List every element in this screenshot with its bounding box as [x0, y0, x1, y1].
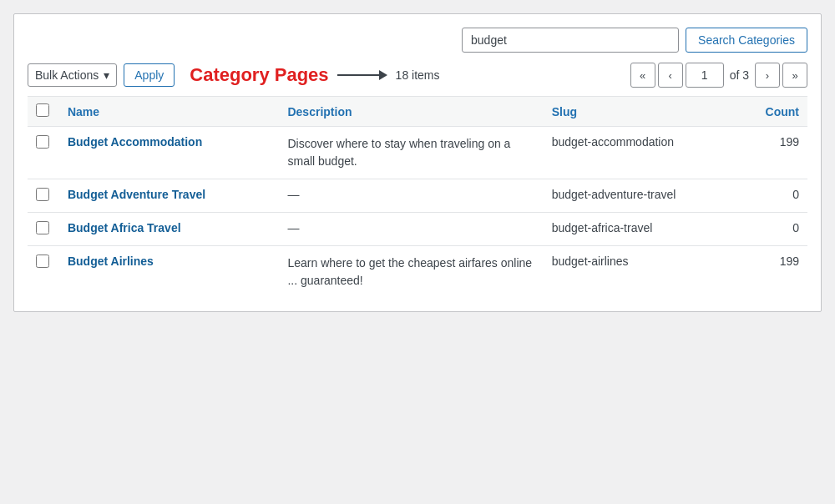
select-all-checkbox[interactable] — [36, 103, 49, 117]
header-description: Description — [279, 97, 543, 127]
category-description: — — [287, 221, 299, 234]
svg-marker-1 — [379, 70, 387, 80]
table-row: Budget AccommodationDiscover where to st… — [28, 127, 807, 179]
search-categories-button[interactable]: Search Categories — [686, 28, 807, 53]
table-row: Budget Africa Travel—budget-africa-trave… — [28, 213, 807, 246]
page-container: Search Categories Bulk Actions ▾ Apply C… — [0, 0, 835, 504]
arrow-icon — [337, 68, 387, 83]
row-description-cell: — — [279, 213, 543, 246]
items-count: 18 items — [396, 68, 440, 82]
row-checkbox[interactable] — [36, 188, 49, 201]
row-checkbox-cell — [28, 179, 59, 213]
header-name[interactable]: Name — [59, 97, 280, 127]
row-count-cell: 199 — [737, 127, 807, 179]
row-checkbox[interactable] — [36, 255, 49, 268]
bulk-actions-select[interactable]: Bulk Actions ▾ — [28, 63, 117, 87]
row-slug-cell: budget-adventure-travel — [544, 179, 737, 213]
row-count-cell: 0 — [737, 179, 807, 213]
category-description: — — [287, 188, 299, 201]
toolbar-row: Bulk Actions ▾ Apply Category Pages 18 i… — [28, 63, 807, 88]
row-description-cell: Learn where to get the cheapest airfares… — [279, 246, 543, 299]
category-description: Learn where to get the cheapest airfares… — [287, 256, 532, 287]
main-card: Search Categories Bulk Actions ▾ Apply C… — [13, 13, 822, 312]
category-count: 0 — [792, 188, 799, 201]
row-checkbox[interactable] — [36, 135, 49, 149]
category-name-link[interactable]: Budget Africa Travel — [68, 221, 181, 234]
row-count-cell: 199 — [737, 246, 807, 299]
page-title-area: Category Pages 18 items — [190, 64, 439, 86]
category-slug: budget-adventure-travel — [552, 188, 676, 201]
table-header-row: Name Description Slug Count — [28, 97, 807, 127]
category-count: 0 — [792, 221, 799, 234]
row-name-cell: Budget Adventure Travel — [59, 179, 280, 213]
category-slug: budget-africa-travel — [552, 221, 653, 234]
search-row: Search Categories — [28, 28, 807, 53]
pagination: « ‹ of 3 › » — [630, 63, 807, 88]
row-checkbox-cell — [28, 213, 59, 246]
row-description-cell: — — [279, 179, 543, 213]
category-count: 199 — [780, 255, 799, 268]
prev-page-button[interactable]: ‹ — [658, 63, 683, 88]
apply-button[interactable]: Apply — [124, 63, 175, 87]
row-checkbox-cell — [28, 127, 59, 179]
category-description: Discover where to stay when traveling on… — [287, 137, 510, 168]
category-slug: budget-airlines — [552, 255, 629, 268]
total-pages-text: of 3 — [726, 68, 752, 82]
row-slug-cell: budget-accommodation — [544, 127, 737, 179]
header-checkbox-cell — [28, 97, 59, 127]
header-count[interactable]: Count — [737, 97, 807, 127]
row-name-cell: Budget Accommodation — [59, 127, 280, 179]
categories-table: Name Description Slug Count Budget Accom… — [28, 96, 807, 298]
category-slug: budget-accommodation — [552, 135, 674, 149]
first-page-button[interactable]: « — [630, 63, 655, 88]
row-description-cell: Discover where to stay when traveling on… — [279, 127, 543, 179]
row-slug-cell: budget-airlines — [544, 246, 737, 299]
row-checkbox-cell — [28, 246, 59, 299]
row-checkbox[interactable] — [36, 221, 49, 234]
row-name-cell: Budget Airlines — [59, 246, 280, 299]
current-page-input[interactable] — [686, 63, 724, 88]
table-row: Budget AirlinesLearn where to get the ch… — [28, 246, 807, 299]
row-count-cell: 0 — [737, 213, 807, 246]
header-slug[interactable]: Slug — [544, 97, 737, 127]
page-title: Category Pages — [190, 64, 328, 86]
category-count: 199 — [780, 135, 799, 149]
category-name-link[interactable]: Budget Airlines — [68, 255, 154, 268]
category-name-link[interactable]: Budget Accommodation — [68, 135, 202, 149]
category-name-link[interactable]: Budget Adventure Travel — [68, 188, 205, 201]
table-row: Budget Adventure Travel—budget-adventure… — [28, 179, 807, 213]
chevron-down-icon: ▾ — [104, 68, 109, 82]
row-name-cell: Budget Africa Travel — [59, 213, 280, 246]
last-page-button[interactable]: » — [782, 63, 807, 88]
row-slug-cell: budget-africa-travel — [544, 213, 737, 246]
search-input[interactable] — [462, 28, 679, 53]
next-page-button[interactable]: › — [755, 63, 780, 88]
